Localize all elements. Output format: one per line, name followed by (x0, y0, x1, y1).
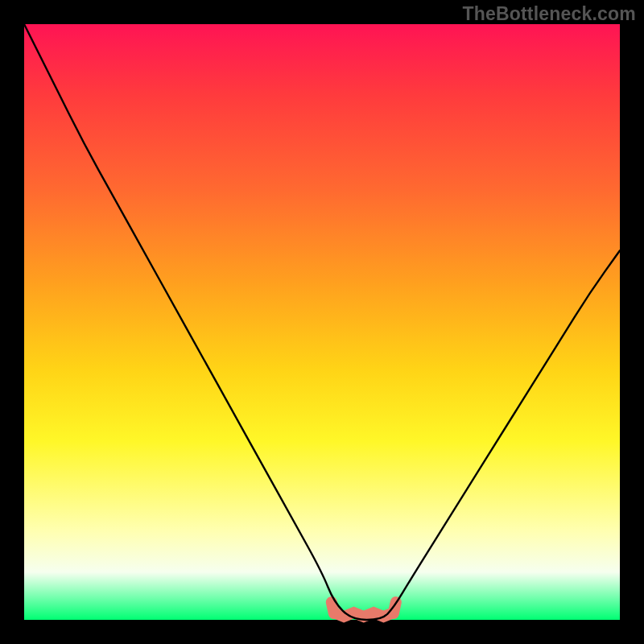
watermark-text: TheBottleneck.com (462, 3, 636, 25)
chart-svg (24, 24, 620, 620)
chart-frame: TheBottleneck.com (0, 0, 644, 644)
plot-area (24, 24, 620, 620)
bottleneck-curve (24, 24, 620, 620)
